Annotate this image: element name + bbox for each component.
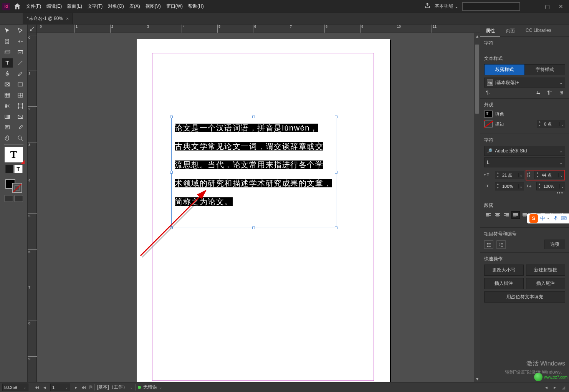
type-tool[interactable] <box>2 58 13 68</box>
first-page-icon[interactable]: ⏮ <box>33 384 40 391</box>
insert-footnote-button[interactable]: 插入脚注 <box>484 278 524 289</box>
resize-grip-icon[interactable]: ◢ <box>560 384 567 391</box>
align-left[interactable] <box>484 211 493 219</box>
hscale-input[interactable]: ▴▾⌄ <box>495 182 524 190</box>
tab-cc-libraries[interactable]: CC Libraries <box>520 25 557 36</box>
chevron-down-icon[interactable]: ⌄ <box>65 385 68 389</box>
rectangle-tool[interactable] <box>15 80 26 89</box>
new-hyperlink-button[interactable]: 新建超链接 <box>526 265 566 276</box>
text-format-icon[interactable]: T <box>14 165 23 173</box>
preflight-label[interactable]: 无错误 <box>143 384 157 390</box>
layer-label[interactable]: [基本]（工作） <box>97 384 127 390</box>
menu-help[interactable]: 帮助(H) <box>188 3 204 10</box>
free-transform-tool[interactable] <box>15 101 26 111</box>
stroke-weight-input[interactable]: ▴▾ ⌄ <box>537 120 565 128</box>
frame-handle[interactable] <box>252 116 255 118</box>
maximize-button[interactable]: ▢ <box>541 2 553 11</box>
workspace-dropdown[interactable]: 基本功能 ⌄ <box>435 3 458 10</box>
pencil-tool[interactable] <box>15 69 26 78</box>
page-input[interactable]: ⌄ <box>50 384 70 391</box>
menu-layout[interactable]: 版面(L) <box>67 3 82 10</box>
align-justify-left[interactable] <box>511 211 520 219</box>
line-tool[interactable] <box>15 58 26 68</box>
menu-window[interactable]: 窗口(W) <box>166 3 183 10</box>
pen-tool[interactable] <box>2 69 13 78</box>
gradient-tool[interactable] <box>15 112 26 121</box>
chevron-down-icon[interactable]: ⌄ <box>130 385 133 389</box>
sync-icon[interactable]: ⇆ <box>534 90 542 95</box>
font-size-input[interactable]: ▴▾⌄ <box>495 171 524 179</box>
thread-icon[interactable]: ⎘ <box>89 385 92 390</box>
prev-page-icon[interactable]: ◂ <box>41 384 48 391</box>
container-format-icon[interactable] <box>5 165 13 173</box>
stroke-swatch[interactable] <box>12 183 22 193</box>
change-case-button[interactable]: 更改大小写 <box>484 265 524 276</box>
numbered-list-button[interactable]: 12 <box>496 240 506 249</box>
bullet-list-button[interactable] <box>484 240 493 249</box>
new-style-icon[interactable]: ⊞ <box>557 90 565 95</box>
grid-tool[interactable] <box>2 91 13 100</box>
share-icon[interactable] <box>424 2 431 10</box>
scroll-left-icon[interactable]: ◂ <box>543 384 550 391</box>
menu-view[interactable]: 视图(V) <box>146 3 161 10</box>
clear-override-icon[interactable]: ¶⁻ <box>546 90 554 95</box>
menu-table[interactable]: 表(A) <box>129 3 140 10</box>
scroll-right-icon[interactable]: ▸ <box>551 384 558 391</box>
fill-stroke-swatch[interactable] <box>5 179 22 193</box>
fill-color-swatch[interactable] <box>484 111 493 117</box>
view-mode-preview[interactable] <box>15 195 23 202</box>
align-right[interactable] <box>502 211 511 219</box>
page-tool[interactable] <box>2 37 13 46</box>
direct-selection-tool[interactable] <box>15 26 26 35</box>
close-tab-icon[interactable]: × <box>66 16 69 22</box>
close-button[interactable]: ✕ <box>555 2 567 11</box>
content-placer-tool[interactable] <box>15 48 26 57</box>
tab-pages[interactable]: 页面 <box>500 25 520 36</box>
frame-handle[interactable] <box>170 171 173 174</box>
menu-object[interactable]: 对象(O) <box>108 3 124 10</box>
style-dropdown[interactable]: Ag [基本段落]+ ⌄ <box>484 78 565 88</box>
zoom-tool[interactable] <box>15 134 26 143</box>
ime-toolbar[interactable]: S 中 •, <box>527 213 569 223</box>
scrollbar-vertical[interactable]: ▴ ▾ <box>474 33 480 382</box>
font-family-dropdown[interactable]: 🔎 Adobe 宋体 Std ⌄ <box>484 146 565 156</box>
frame-handle[interactable] <box>335 171 337 174</box>
menu-edit[interactable]: 编辑(E) <box>46 3 62 10</box>
view-mode-normal[interactable] <box>5 195 13 202</box>
format-type-indicator[interactable]: T <box>5 147 23 162</box>
insert-endnote-button[interactable]: 插入尾注 <box>526 278 566 289</box>
menu-text[interactable]: 文字(T) <box>88 3 103 10</box>
font-style-dropdown[interactable]: L ⌄ <box>484 157 565 167</box>
frame-handle[interactable] <box>252 227 255 229</box>
scissors-tool[interactable] <box>2 101 13 111</box>
ime-mode-label[interactable]: 中 <box>540 215 545 222</box>
hand-tool[interactable] <box>2 134 13 143</box>
tab-properties[interactable]: 属性 <box>480 25 500 36</box>
character-style-tab[interactable]: 字符样式 <box>525 64 566 75</box>
text-frame[interactable]: 论文是一个汉语词语，拼音是lùnwén， 古典文学常见论文一词，谓交谈辞章或交 … <box>171 117 336 228</box>
ime-mic-icon[interactable] <box>553 215 559 222</box>
frame-handle[interactable] <box>335 227 337 229</box>
frame-handle[interactable] <box>170 227 173 229</box>
text-content[interactable]: 论文是一个汉语词语，拼音是lùnwén， 古典文学常见论文一词，谓交谈辞章或交 … <box>172 117 336 212</box>
scroll-thumb[interactable] <box>475 45 479 114</box>
rectangle-frame-tool[interactable] <box>2 80 13 89</box>
pilcrow-icon[interactable]: ¶. <box>484 90 492 95</box>
scroll-up-icon[interactable]: ▴ <box>474 33 480 39</box>
vscale-input[interactable]: ▴▾⌄ <box>536 182 566 190</box>
search-input[interactable] <box>462 2 520 11</box>
frame-handle[interactable] <box>170 116 173 118</box>
minimize-button[interactable]: — <box>528 2 539 11</box>
content-collector-tool[interactable] <box>2 48 13 57</box>
chevron-down-icon[interactable]: ⌄ <box>23 385 26 389</box>
ime-keyboard-icon[interactable] <box>561 215 567 222</box>
home-icon[interactable] <box>13 2 22 11</box>
leading-input[interactable]: ▴▾⌄ <box>534 171 564 179</box>
document-tab[interactable]: *未命名-1 @ 80% × <box>23 13 73 24</box>
note-tool[interactable] <box>2 123 13 132</box>
ruler-origin[interactable] <box>28 25 37 33</box>
options-button[interactable]: 选项 <box>544 240 565 249</box>
next-page-icon[interactable]: ▸ <box>73 384 79 391</box>
eyedropper-tool[interactable] <box>15 123 26 132</box>
scroll-down-icon[interactable]: ▾ <box>474 376 480 382</box>
